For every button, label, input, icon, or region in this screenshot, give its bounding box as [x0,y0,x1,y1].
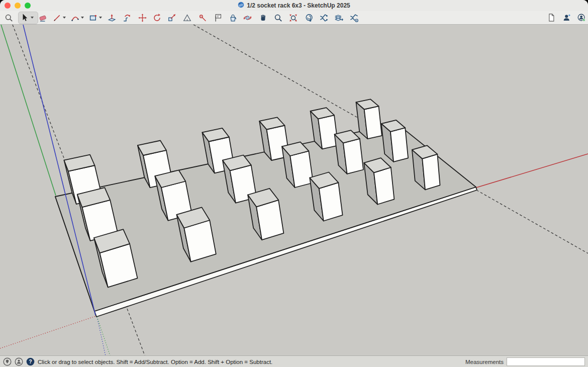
statusbar: ? Click or drag to select objects. Shift… [0,355,588,367]
window-title: 1/2 socket rack 6x3 - SketchUp 2025 [247,2,350,9]
rectangle-dropdown-caret[interactable] [99,17,102,19]
text-icon[interactable] [212,13,223,23]
geolocation-icon[interactable] [3,357,12,366]
share-user-icon[interactable] [561,13,572,23]
socket-box-front [390,128,408,162]
line-icon[interactable] [51,13,62,23]
zoom-tool-icon[interactable] [272,13,283,23]
arc-icon[interactable] [69,13,80,23]
send-to-layout-icon[interactable] [333,13,344,23]
close-button[interactable] [5,3,11,9]
sketchup-window: 1/2 socket rack 6x3 - SketchUp 2025 ? Cl… [0,0,588,367]
help-icon[interactable]: ? [26,357,35,366]
search-icon[interactable] [3,13,14,23]
status-hint: Click or drag to select objects. Shift =… [38,359,272,365]
protractor-icon[interactable] [181,13,192,23]
pan-icon[interactable] [257,13,268,23]
select-icon[interactable] [19,13,30,23]
account-icon[interactable] [576,13,587,23]
credits-icon[interactable] [15,357,23,366]
soften-edges-icon[interactable] [318,13,329,23]
arc-dropdown-caret[interactable] [81,17,84,19]
rectangle-icon[interactable] [87,13,99,23]
zoom-window-button[interactable] [25,3,31,9]
pushpull-icon[interactable] [106,13,117,23]
paint-bucket-icon[interactable] [227,13,238,23]
socket-box-front [343,139,363,174]
zoom-extents-icon[interactable] [287,13,299,23]
measurements-label: Measurements [465,359,504,365]
socket-box-front [318,115,338,149]
tape-measure-icon[interactable] [197,13,208,23]
new-document-icon[interactable] [546,13,557,23]
svg-text:?: ? [29,359,32,364]
socket-box-front [364,106,382,139]
extension-manager-icon[interactable] [348,13,359,23]
socket-box-front [374,167,394,205]
model-canvas[interactable] [0,25,588,355]
rotate-icon[interactable] [151,13,162,23]
traffic-lights [5,3,31,9]
warehouse-icon[interactable] [304,13,315,23]
socket-box-front [422,154,440,190]
sketchup-doc-icon [238,1,244,10]
minimize-button[interactable] [15,3,21,9]
titlebar: 1/2 socket rack 6x3 - SketchUp 2025 [0,0,588,11]
move-icon[interactable] [137,13,148,23]
orbit-icon[interactable] [242,13,253,23]
select-dropdown-caret[interactable] [31,17,34,19]
offset-icon[interactable] [121,13,132,23]
line-dropdown-caret[interactable] [63,17,66,19]
measurements-input[interactable] [507,357,585,366]
socket-box-front [290,151,313,188]
scale-icon[interactable] [166,13,177,23]
eraser-icon[interactable] [37,13,48,23]
toolbar [0,11,588,25]
socket-box-front [319,182,343,221]
viewport-3d[interactable] [0,25,588,355]
